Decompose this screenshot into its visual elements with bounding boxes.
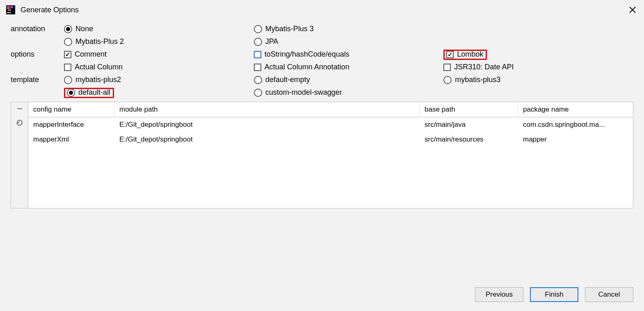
checkbox-comment[interactable]: Comment <box>64 50 254 59</box>
label-template: template <box>11 75 64 84</box>
radio-template-custom-model-swagger[interactable]: custom-model-swagger <box>254 88 444 97</box>
svg-text:IJ: IJ <box>8 8 11 12</box>
checkbox-icon <box>64 64 71 71</box>
cancel-button[interactable]: Cancel <box>585 287 633 302</box>
cell-config-name: mapperInterface <box>28 117 114 132</box>
highlight-default-all: default-all <box>64 88 114 98</box>
radio-icon <box>64 25 72 33</box>
checkbox-label: Actual Column <box>75 63 123 71</box>
radio-icon <box>254 25 262 33</box>
close-icon[interactable] <box>627 4 638 16</box>
svg-rect-3 <box>7 12 11 13</box>
checkbox-label: Lombok <box>457 50 483 59</box>
cell-package-name: com.csdn.springboot.ma... <box>518 117 633 132</box>
radio-icon <box>64 76 72 84</box>
table-main: config name module path base path packag… <box>28 102 633 208</box>
radio-label: default-empty <box>265 75 310 84</box>
radio-label: default-all <box>78 88 110 97</box>
radio-template-mybatis-plus2[interactable]: mybatis-plus2 <box>64 75 254 84</box>
highlight-lombok: Lombok <box>443 50 487 60</box>
cell-config-name: mapperXml <box>28 132 114 147</box>
checkbox-label: Actual Column Annotation <box>265 63 349 71</box>
radio-icon <box>254 38 262 46</box>
checkbox-icon <box>64 51 71 58</box>
radio-label: mybatis-plus3 <box>455 75 500 84</box>
minus-icon[interactable] <box>16 105 24 113</box>
dialog-title: Generate Options <box>21 6 627 14</box>
table-row[interactable]: mapperXml E:/Git_depot/springboot src/ma… <box>28 132 633 147</box>
dialog-window: IJ Generate Options annotation None Myba… <box>0 0 644 311</box>
cell-package-name: mapper <box>518 132 633 147</box>
radio-label: None <box>75 25 93 33</box>
checkbox-label: Comment <box>75 50 107 59</box>
checkbox-icon <box>254 64 261 71</box>
checkbox-icon <box>254 51 261 58</box>
cell-module-path: E:/Git_depot/springboot <box>114 132 420 147</box>
radio-icon <box>64 38 72 46</box>
col-package-name[interactable]: package name <box>518 102 633 117</box>
cell-base-path: src/main/java <box>420 117 518 132</box>
radio-icon <box>254 76 262 84</box>
radio-label: mybatis-plus2 <box>75 75 121 84</box>
checkbox-actual-column-annotation[interactable]: Actual Column Annotation <box>254 63 444 71</box>
content-area: annotation None Mybatis-Plus 3 Mybatis-P… <box>0 20 644 279</box>
col-config-name[interactable]: config name <box>28 102 114 117</box>
radio-template-default-empty[interactable]: default-empty <box>254 75 444 84</box>
radio-label: Mybatis-Plus 2 <box>75 37 124 46</box>
footer: Previous Finish Cancel <box>0 279 644 311</box>
radio-label: custom-model-swagger <box>265 88 342 97</box>
config-table: config name module path base path packag… <box>11 102 633 208</box>
checkbox-icon <box>446 51 454 58</box>
refresh-icon[interactable] <box>16 119 24 127</box>
radio-annotation-mybatis-plus-2[interactable]: Mybatis-Plus 2 <box>64 37 254 46</box>
radio-label: Mybatis-Plus 3 <box>265 25 314 33</box>
radio-label: JPA <box>265 37 279 46</box>
checkbox-jsr310[interactable]: JSR310: Date API <box>443 63 633 71</box>
cell-module-path: E:/Git_depot/springboot <box>114 117 420 132</box>
checkbox-icon <box>443 64 451 71</box>
titlebar: IJ Generate Options <box>0 0 644 20</box>
label-options: options <box>11 50 64 59</box>
radio-icon <box>443 76 452 84</box>
table-header: config name module path base path packag… <box>28 102 633 117</box>
radio-template-mybatis-plus3[interactable]: mybatis-plus3 <box>443 75 633 84</box>
cell-base-path: src/main/resources <box>420 132 518 147</box>
previous-button[interactable]: Previous <box>475 287 523 302</box>
radio-annotation-jpa[interactable]: JPA <box>254 37 444 46</box>
checkbox-tostring[interactable]: toString/hashCode/equals <box>254 50 444 59</box>
intellij-icon: IJ <box>6 5 16 15</box>
label-annotation: annotation <box>11 25 64 33</box>
radio-template-default-all[interactable]: default-all <box>67 88 110 97</box>
finish-button[interactable]: Finish <box>530 287 578 302</box>
checkbox-label: JSR310: Date API <box>454 63 514 71</box>
checkbox-lombok[interactable]: Lombok <box>446 50 483 59</box>
form-grid: annotation None Mybatis-Plus 3 Mybatis-P… <box>11 25 633 97</box>
table-row[interactable]: mapperInterface E:/Git_depot/springboot … <box>28 117 633 132</box>
table-sidebar <box>11 102 28 208</box>
radio-icon <box>67 89 75 97</box>
radio-annotation-mybatis-plus-3[interactable]: Mybatis-Plus 3 <box>254 25 444 33</box>
radio-icon <box>254 89 262 97</box>
col-module-path[interactable]: module path <box>114 102 420 117</box>
radio-annotation-none[interactable]: None <box>64 25 254 33</box>
col-base-path[interactable]: base path <box>420 102 518 117</box>
checkbox-label: toString/hashCode/equals <box>265 50 349 59</box>
checkbox-actual-column[interactable]: Actual Column <box>64 63 254 71</box>
